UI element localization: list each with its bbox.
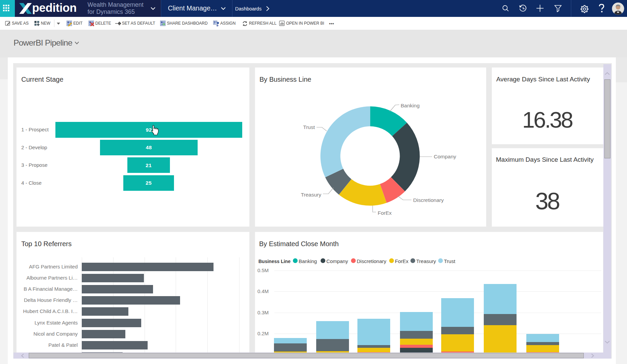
svg-text:Trust: Trust — [303, 124, 315, 130]
svg-text:ForEx: ForEx — [378, 210, 392, 216]
svg-text:Treasury: Treasury — [301, 192, 321, 198]
svg-text:Discretionary: Discretionary — [413, 197, 444, 203]
svg-text:Company: Company — [434, 154, 456, 159]
svg-text:Banking: Banking — [401, 103, 420, 108]
